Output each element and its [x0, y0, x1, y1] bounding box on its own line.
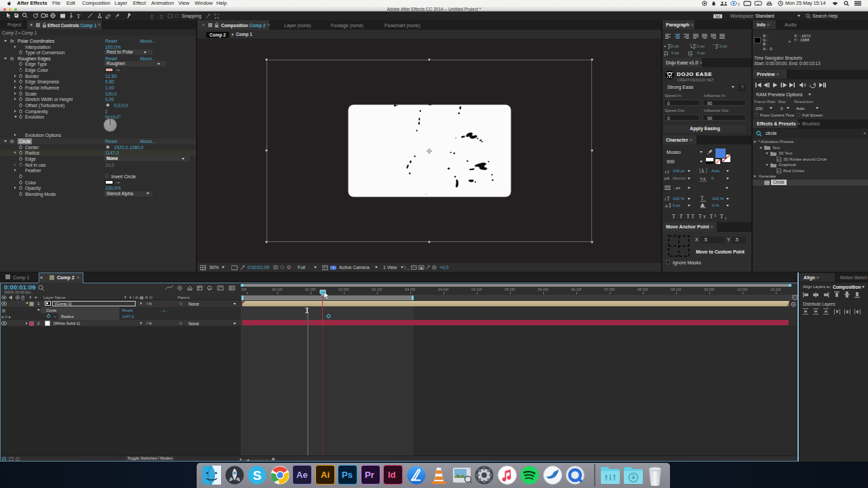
svg-text:S: S: [253, 468, 262, 483]
svg-text:A: A: [665, 203, 668, 209]
svg-text:T: T: [77, 13, 81, 20]
svg-text:T: T: [701, 195, 704, 201]
svg-text:1: 1: [738, 2, 740, 6]
svg-text:VA: VA: [664, 176, 670, 181]
svg-text:A: A: [701, 168, 705, 174]
svg-text:ᴛT: ᴛT: [665, 169, 670, 174]
svg-text:I: I: [665, 197, 666, 201]
svg-text:VA: VA: [700, 176, 706, 182]
svg-text:T: T: [667, 196, 670, 202]
